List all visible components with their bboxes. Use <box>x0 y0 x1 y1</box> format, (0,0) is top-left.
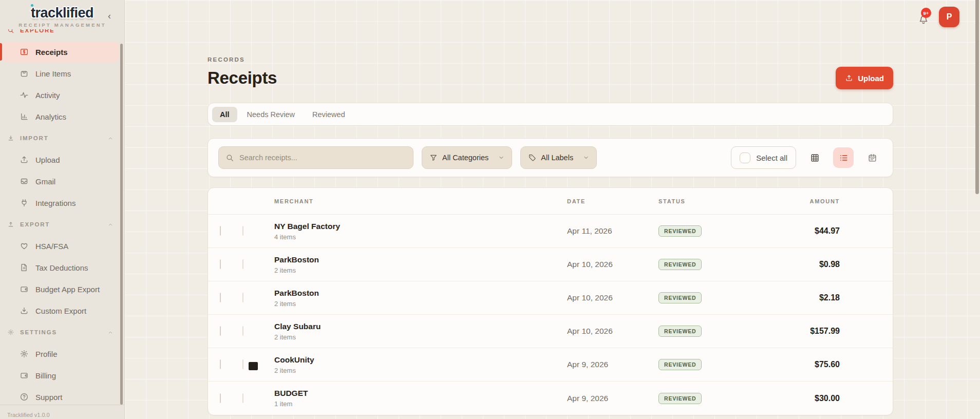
select-all-control[interactable]: Select all <box>731 146 796 169</box>
receipt-amount: $157.99 <box>764 327 840 336</box>
sidebar-section-import[interactable]: IMPORT <box>0 127 124 149</box>
tab-all[interactable]: All <box>212 107 237 122</box>
tab-needs-review[interactable]: Needs Review <box>239 107 303 122</box>
row-checkbox[interactable] <box>220 293 221 302</box>
list-icon <box>839 153 849 163</box>
sidebar-item-support[interactable]: Support <box>0 386 124 405</box>
table-row[interactable]: BUDGET1 item Apr 9, 2026 REVIEWED $30.00 <box>208 382 893 415</box>
table-row[interactable]: ParkBoston2 items Apr 10, 2026 REVIEWED … <box>208 248 893 281</box>
column-header-date: DATE <box>567 198 658 204</box>
sidebar-item-tax-deductions[interactable]: Tax Deductions <box>0 257 124 278</box>
sidebar-section-settings[interactable]: SETTINGS <box>0 321 124 343</box>
sidebar-scrollbar-thumb[interactable] <box>120 44 123 405</box>
chevron-down-icon <box>498 155 504 161</box>
merchant-name: Clay Subaru <box>274 322 567 331</box>
receipt-date: Apr 10, 2026 <box>567 260 658 269</box>
download-icon <box>20 306 29 315</box>
notification-badge: 9+ <box>921 8 931 18</box>
sidebar-item-upload[interactable]: Upload <box>0 149 124 170</box>
sidebar-item-custom-export[interactable]: Custom Export <box>0 300 124 321</box>
upload-button[interactable]: Upload <box>836 67 893 89</box>
status-badge: REVIEWED <box>658 326 702 337</box>
row-checkbox[interactable] <box>220 359 221 369</box>
row-checkbox[interactable] <box>220 259 221 269</box>
sidebar-item-label: Receipts <box>35 48 68 56</box>
sidebar-item-activity[interactable]: Activity <box>0 84 124 106</box>
merchant-name: ParkBoston <box>274 289 567 298</box>
row-checkbox[interactable] <box>220 226 221 236</box>
receipt-date: Apr 10, 2026 <box>567 327 658 336</box>
title-row: Receipts Upload <box>208 67 893 89</box>
section-label: EXPLORE <box>20 29 55 33</box>
app-root: tracklified RECEIPT MANAGEMENT ‹ EXPLORE… <box>0 0 980 419</box>
labels-dropdown[interactable]: All Labels <box>520 146 597 169</box>
list-view-button[interactable] <box>833 147 854 168</box>
sidebar-item-receipts[interactable]: Receipts <box>2 42 119 62</box>
categories-dropdown-value: All Categories <box>442 154 488 162</box>
sidebar-item-label: Profile <box>35 350 58 358</box>
chevron-up-icon <box>107 136 114 141</box>
sidebar-item-label: Support <box>35 393 63 402</box>
column-header-merchant: MERCHANT <box>274 198 567 204</box>
receipt-thumbnail <box>242 226 243 236</box>
status-badge: REVIEWED <box>658 292 702 303</box>
section-label: EXPORT <box>20 221 50 227</box>
question-circle-icon <box>20 392 29 402</box>
sidebar-item-label: Tax Deductions <box>35 263 88 272</box>
inbox-icon <box>20 177 29 186</box>
table-row[interactable]: ParkBoston2 items Apr 10, 2026 REVIEWED … <box>208 281 893 315</box>
search-icon <box>225 154 234 162</box>
tab-reviewed[interactable]: Reviewed <box>305 107 353 122</box>
table-row[interactable]: CookUnity2 items Apr 9, 2026 REVIEWED $7… <box>208 348 893 382</box>
main-area: 9+ P RECORDS Receipts Upload All Needs R… <box>125 0 980 419</box>
app-logo: tracklified <box>18 5 106 21</box>
breadcrumb: RECORDS <box>208 56 893 63</box>
sidebar-item-label: Activity <box>35 91 60 100</box>
sidebar-item-hsa-fsa[interactable]: HSA/FSA <box>0 235 124 257</box>
page-title: Receipts <box>208 68 277 88</box>
notifications-button[interactable]: 9+ <box>917 12 930 26</box>
table-row[interactable]: NY Bagel Factory4 items Apr 11, 2026 REV… <box>208 215 893 248</box>
topbar: 9+ P <box>917 7 959 27</box>
sidebar-section-explore[interactable]: EXPLORE <box>0 29 124 41</box>
content: RECORDS Receipts Upload All Needs Review… <box>208 56 893 415</box>
grid-icon <box>810 153 820 163</box>
bar-chart-icon <box>20 112 29 121</box>
item-count: 4 items <box>274 233 567 241</box>
tabs-bar: All Needs Review Reviewed <box>208 103 893 126</box>
item-count: 2 items <box>274 266 567 274</box>
app-version: Tracklified v1.0.0 <box>0 405 124 419</box>
categories-dropdown[interactable]: All Categories <box>422 146 512 169</box>
section-label: IMPORT <box>20 135 49 141</box>
table-row[interactable]: Clay Subaru2 items Apr 10, 2026 REVIEWED… <box>208 315 893 348</box>
sidebar-item-profile[interactable]: Profile <box>0 343 124 365</box>
receipt-amount: $30.00 <box>764 394 840 403</box>
page-scrollbar-thumb[interactable] <box>975 0 979 194</box>
select-all-label: Select all <box>756 154 787 162</box>
receipt-amount: $44.97 <box>764 226 840 236</box>
row-checkbox[interactable] <box>220 326 221 336</box>
item-count: 2 items <box>274 300 567 308</box>
grid-view-button[interactable] <box>804 147 825 168</box>
table-header-row: MERCHANT DATE STATUS AMOUNT <box>208 188 893 215</box>
receipt-amount: $0.98 <box>764 260 840 269</box>
row-checkbox[interactable] <box>220 393 221 403</box>
sidebar-item-line-items[interactable]: Line Items <box>0 63 124 84</box>
heart-icon <box>20 241 29 251</box>
sidebar-section-export[interactable]: EXPORT <box>0 214 124 235</box>
search-input[interactable] <box>239 154 406 162</box>
sidebar-item-label: Analytics <box>35 112 66 121</box>
sidebar-item-billing[interactable]: Billing <box>0 365 124 386</box>
receipt-thumbnail <box>242 259 243 269</box>
avatar[interactable]: P <box>939 7 959 27</box>
sidebar-item-gmail[interactable]: Gmail <box>0 170 124 192</box>
sidebar-collapse-icon[interactable]: ‹ <box>108 11 111 21</box>
sidebar-item-budget-app-export[interactable]: Budget App Export <box>0 278 124 300</box>
sidebar-item-integrations[interactable]: Integrations <box>0 192 124 214</box>
sidebar-item-label: Custom Export <box>35 307 86 315</box>
sidebar-item-analytics[interactable]: Analytics <box>0 106 124 127</box>
calendar-icon <box>868 153 877 163</box>
select-all-checkbox[interactable] <box>740 153 750 163</box>
calendar-view-button[interactable] <box>862 147 882 168</box>
sidebar-item-label: Gmail <box>35 177 55 186</box>
